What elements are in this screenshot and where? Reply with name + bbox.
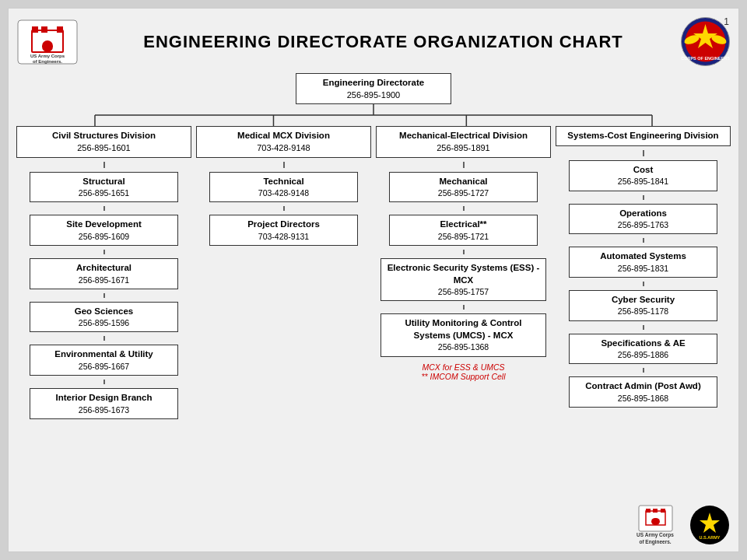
contract-admin-box: Contract Admin (Post Awd) 256-895-1868 (569, 376, 717, 408)
footer-logos: US Army Corpsof Engineers. U.S.ARMY (628, 505, 729, 545)
mechanical-header-box: Mechanical-Electrical Division 256-895-1… (376, 126, 551, 157)
svg-marker-44 (700, 513, 720, 533)
svg-rect-3 (41, 26, 47, 33)
usace-footer-text: US Army Corpsof Engineers. (637, 532, 674, 545)
geo-sci-box: Geo Sciences 256-895-1596 (30, 302, 178, 333)
civil-header-box: Civil Structures Division 256-895-1601 (16, 126, 191, 157)
env-utility-box: Environmental & Utility 256-895-1667 (30, 345, 178, 376)
systems-header-box: Systems-Cost Engineering Division (556, 126, 731, 146)
svg-text:CORPS OF ENGINEERS: CORPS OF ENGINEERS (681, 56, 730, 61)
project-directors-box: Project Directors 703-428-9131 (209, 215, 358, 246)
top-box: Engineering Directorate 256-895-1900 (296, 73, 451, 104)
page-number: 1 (724, 16, 729, 27)
army-label: U.S.ARMY (700, 535, 721, 540)
top-level-row: Engineering Directorate 256-895-1900 (16, 73, 731, 104)
org-chart: Engineering Directorate 256-895-1900 (16, 73, 731, 419)
col-systems: Systems-Cost Engineering Division Cost 2… (556, 126, 731, 418)
specs-ae-box: Specifications & AE 256-895-1886 (569, 334, 717, 365)
top-phone: 256-895-1900 (347, 90, 401, 100)
mechanical-box: Mechanical 256-895-1727 (389, 172, 538, 203)
top-name: Engineering Directorate (301, 77, 446, 89)
mcx-note: MCX for ESS & UMCS** IMCOM Support Cell (422, 362, 506, 381)
usace-footer-logo: US Army Corpsof Engineers. (628, 505, 682, 545)
umcs-box: Utility Monitoring & Control Systems (UM… (381, 313, 547, 356)
header: US Army Corps of Engineers. ENGINEERING … (16, 16, 731, 67)
svg-rect-4 (57, 26, 63, 33)
svg-text:of Engineers.: of Engineers. (33, 59, 62, 64)
col-medical: Medical MCX Division 703-428-9148 Techni… (196, 126, 371, 418)
corps-logo-right: CORPS OF ENGINEERS (680, 16, 731, 67)
svg-rect-43 (651, 518, 660, 525)
automated-systems-box: Automated Systems 256-895-1831 (569, 247, 717, 278)
ess-box: Electronic Security Systems (ESS) - MCX … (381, 258, 547, 301)
interior-design-box: Interior Design Branch 256-895-1673 (30, 388, 178, 419)
structural-box: Structural 256-895-1651 (30, 172, 178, 203)
svg-rect-2 (32, 26, 38, 33)
usace-logo-header: US Army Corps of Engineers. (16, 19, 79, 65)
svg-text:US Army Corps: US Army Corps (30, 54, 65, 58)
svg-rect-5 (42, 40, 53, 52)
architectural-box: Architectural 256-895-1671 (30, 258, 178, 289)
civil-name: Civil Structures Division (22, 130, 186, 142)
top-connector-svg (16, 104, 731, 126)
col-civil: Civil Structures Division 256-895-1601 S… (16, 126, 191, 418)
page: 1 US Army Corps of Engineers. ENGINEERIN… (8, 8, 739, 552)
cost-box: Cost 256-895-1841 (569, 160, 717, 191)
level1-row: Civil Structures Division 256-895-1601 S… (16, 126, 731, 418)
col-mechanical: Mechanical-Electrical Division 256-895-1… (376, 126, 551, 418)
cyber-security-box: Cyber Security 256-895-1178 (569, 290, 717, 321)
electrical-box: Electrical** 256-895-1721 (389, 215, 538, 246)
page-title: ENGINEERING DIRECTORATE ORGANIZATION CHA… (86, 32, 680, 52)
civil-phone: 256-895-1601 (77, 143, 131, 152)
medical-header-box: Medical MCX Division 703-428-9148 (196, 126, 371, 157)
technical-box: Technical 703-428-9148 (209, 172, 358, 203)
operations-box: Operations 256-895-1763 (569, 204, 717, 235)
site-dev-box: Site Development 256-895-1609 (30, 215, 178, 246)
army-footer-logo: U.S.ARMY (690, 506, 729, 544)
